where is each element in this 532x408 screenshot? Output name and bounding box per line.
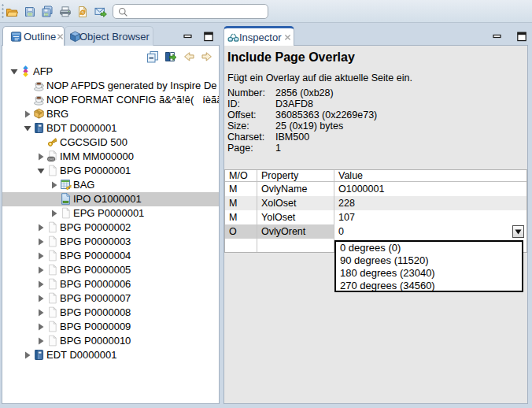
tree-item-cgcsgid-500[interactable]: CGCSGID 500: [2, 135, 219, 150]
tree-item-bdt-d0000001[interactable]: BDT D0000001: [2, 121, 219, 135]
back-arrow-button[interactable]: [183, 50, 196, 64]
cell-value: 107: [334, 210, 526, 224]
collapsed-twisty-icon[interactable]: [37, 266, 45, 274]
dropdown-option-180[interactable]: 180 degrees (23040): [336, 267, 522, 280]
book-icon: [33, 122, 45, 134]
forward-arrow-button[interactable]: [201, 50, 214, 64]
combo-dropdown-button[interactable]: [512, 225, 524, 238]
dropdown-option-0[interactable]: 0 degrees (0): [336, 242, 522, 254]
tree-item-imm-mm000000[interactable]: IMM MM000000: [2, 150, 219, 164]
page-icon: [46, 278, 58, 290]
tree-item-bpg-p0000007[interactable]: BPG P0000007: [2, 291, 219, 306]
send-mail-button[interactable]: [93, 5, 109, 19]
tree-item-bpg-p0000006[interactable]: BPG P0000006: [2, 277, 219, 291]
table-row-yoloset[interactable]: MYolOset107: [225, 210, 526, 224]
collapsed-twisty-icon[interactable]: [37, 238, 45, 246]
afp-structure-tree: AFPNOP AFPDS generated by Inspire DeNOP …: [2, 65, 219, 362]
dropdown-option-90[interactable]: 90 degrees (11520): [336, 254, 522, 267]
inspector-field-charset: Charset:IBM500: [227, 132, 523, 143]
tab-inspector-label: Inspector: [239, 32, 281, 43]
save-button[interactable]: [22, 5, 38, 19]
collapsed-twisty-icon[interactable]: [37, 224, 45, 232]
collapsed-twisty-icon[interactable]: [24, 110, 31, 118]
tree-item-bpg-p0000005[interactable]: BPG P0000005: [2, 263, 219, 277]
cell-mo: [225, 239, 257, 252]
collapsed-twisty-icon[interactable]: [37, 337, 45, 345]
save-all-button[interactable]: [39, 5, 55, 19]
collapsed-twisty-icon[interactable]: [37, 252, 45, 260]
expanded-twisty-icon[interactable]: [37, 167, 45, 175]
tree-item-label: BPG P0000003: [60, 235, 131, 249]
tree-item-bpg-p0000004[interactable]: BPG P0000004: [2, 249, 219, 263]
collapsed-twisty-icon[interactable]: [24, 351, 31, 359]
tab-object-browser[interactable]: Object Browser: [65, 26, 153, 46]
expanded-twisty-icon[interactable]: [10, 68, 18, 76]
cell-value-text: 0: [338, 226, 344, 237]
page-icon: [60, 207, 72, 219]
page-icon: [46, 165, 58, 176]
column-header-mo[interactable]: M/O: [225, 170, 257, 181]
cell-value[interactable]: 0: [334, 224, 526, 239]
cell-mo: M: [225, 196, 257, 210]
collapsed-twisty-icon[interactable]: [37, 323, 45, 331]
tree-item-label: NOP AFPDS generated by Inspire De: [46, 79, 217, 93]
tree-item-brg[interactable]: BRG: [2, 107, 219, 121]
table-row-ovlyorent[interactable]: OOvlyOrent0: [225, 224, 526, 239]
maximize-inspector-button[interactable]: [516, 32, 527, 42]
convert-button[interactable]: [75, 5, 91, 19]
tree-item-bpg-p0000003[interactable]: BPG P0000003: [2, 235, 219, 249]
tree-item-bpg-p0000009[interactable]: BPG P0000009: [2, 320, 219, 334]
collapsed-twisty-icon[interactable]: [50, 210, 58, 217]
search-input[interactable]: [132, 6, 264, 17]
print-button[interactable]: [57, 5, 73, 19]
tree-item-edt-d0000001[interactable]: EDT D0000001: [2, 348, 219, 362]
table-row-ovlyname[interactable]: MOvlyNameO1000001: [225, 182, 526, 196]
dropdown-option-270[interactable]: 270 degrees (34560): [336, 280, 522, 292]
cell-mo: O: [225, 224, 257, 239]
tree-item-bpg-p0000008[interactable]: BPG P0000008: [2, 306, 219, 320]
minimize-inspector-button[interactable]: [492, 32, 503, 42]
column-header-property[interactable]: Property: [257, 170, 334, 181]
tree-item-bpg-p0000001[interactable]: BPG P0000001: [2, 164, 219, 178]
collapsed-twisty-icon[interactable]: [37, 295, 45, 302]
link-with-editor-button[interactable]: [164, 50, 178, 64]
tree-item-bpg-p0000010[interactable]: BPG P0000010: [2, 334, 219, 348]
collapse-all-button[interactable]: [146, 50, 160, 64]
open-folder-button[interactable]: [4, 5, 20, 19]
tab-outline[interactable]: Outline: [2, 26, 65, 46]
cell-value-text: O1000001: [338, 184, 384, 195]
field-value: 36085363 (0x2269e73): [275, 109, 377, 121]
tree-item-afp[interactable]: AFP: [2, 65, 219, 79]
tab-inspector[interactable]: Inspector: [224, 26, 294, 46]
field-label: Size:: [227, 121, 249, 132]
tree-item-label: BPG P0000004: [60, 249, 131, 263]
tree-item-epg-p0000001[interactable]: EPG P0000001: [2, 206, 219, 221]
tree-item-bpg-p0000002[interactable]: BPG P0000002: [2, 221, 219, 235]
tree-item-nop-format[interactable]: NOP FORMAT CONFIG ã&^ã!ê( íèãã: [2, 93, 219, 107]
expanded-twisty-icon[interactable]: [24, 124, 31, 132]
column-header-value[interactable]: Value: [334, 170, 526, 181]
application-window: Outline Object Browser Inspector AFPNOP …: [0, 0, 532, 408]
tab-outline-label: Outline: [24, 31, 56, 43]
cell-mo: M: [225, 210, 257, 224]
tree-item-ipo-o1000001[interactable]: IPO O1000001: [2, 192, 219, 206]
collapsed-twisty-icon[interactable]: [50, 181, 58, 189]
collapsed-twisty-icon[interactable]: [37, 153, 45, 161]
field-label: Number:: [227, 87, 265, 98]
collapsed-twisty-icon[interactable]: [37, 309, 45, 317]
search-box: [113, 4, 268, 19]
tree-item-nop-afpds[interactable]: NOP AFPDS generated by Inspire De: [2, 79, 219, 93]
outline-icon: [10, 31, 22, 43]
table-row-xoloset[interactable]: MXolOset228: [225, 196, 526, 210]
minimize-left-panel-button[interactable]: [183, 32, 194, 42]
collapsed-twisty-icon[interactable]: [37, 280, 45, 288]
cell-value-text: 228: [338, 198, 355, 209]
tree-item-label: IPO O1000001: [73, 192, 142, 206]
maximize-left-panel-button[interactable]: [203, 32, 214, 42]
tab-inspector-close-icon[interactable]: [283, 33, 292, 42]
back-arrow-icon: [183, 50, 195, 63]
tab-outline-close-icon[interactable]: [56, 32, 65, 41]
tree-item-bag[interactable]: BAG: [2, 178, 219, 192]
book-icon: [33, 349, 45, 361]
send-mail-icon: [94, 6, 107, 18]
